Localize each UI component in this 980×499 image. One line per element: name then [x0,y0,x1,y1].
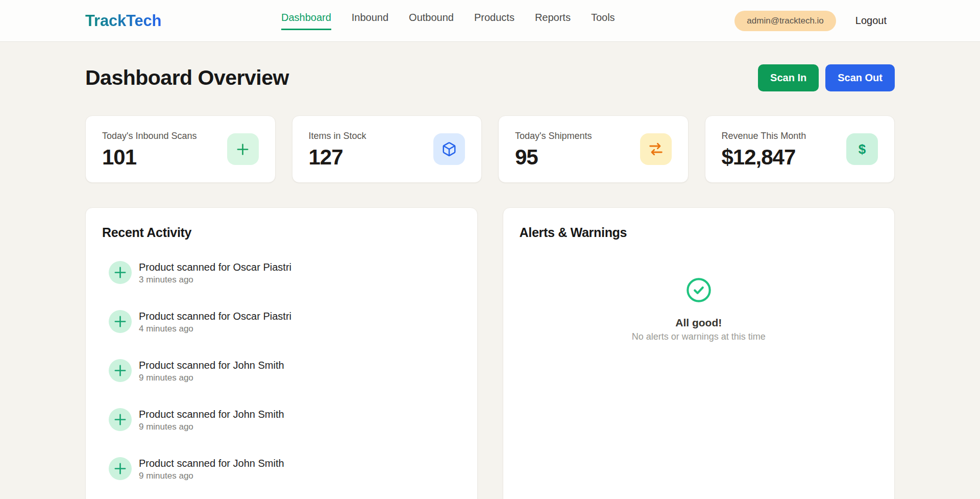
nav-item-reports[interactable]: Reports [535,12,571,30]
nav-item-tools[interactable]: Tools [591,12,615,30]
stat-value: 127 [309,147,366,168]
check-circle-icon [685,277,712,305]
stat-items-in-stock: Items in Stock 127 [292,115,482,183]
box-icon [433,133,465,165]
stat-label: Revenue This Month [722,131,806,141]
main-nav: DashboardInboundOutboundProductsReportsT… [161,12,734,30]
activity-item-time: 3 minutes ago [139,274,291,285]
stat-label: Items in Stock [309,131,366,141]
stats-row: Today's Inbound Scans 101 Items in Stock… [85,115,895,183]
activity-list-item: Product scanned for John Smith 9 minutes… [109,457,461,481]
panels-row: Recent Activity Product scanned for Osca… [85,207,895,499]
plus-icon [109,408,132,431]
account-area: admin@tracktech.io Logout [734,11,895,31]
scan-out-button[interactable]: Scan Out [825,64,895,91]
stat-label: Today's Inbound Scans [102,131,197,141]
stat-label: Today's Shipments [515,131,592,141]
activity-list-item: Product scanned for John Smith 9 minutes… [109,359,461,383]
dollar-icon: $ [846,133,878,165]
stat-revenue-month: Revenue This Month $12,847 $ [705,115,895,183]
plus-icon [109,261,132,284]
plus-icon [109,310,132,333]
user-email-badge: admin@tracktech.io [734,11,836,31]
activity-list-item: Product scanned for John Smith 9 minutes… [109,408,461,432]
alerts-title: Alerts & Warnings [520,225,878,240]
transfer-arrows-icon [640,133,672,165]
stat-inbound-scans: Today's Inbound Scans 101 [85,115,276,183]
alerts-empty-subtitle: No alerts or warnings at this time [632,331,766,342]
nav-item-inbound[interactable]: Inbound [352,12,388,30]
plus-icon [109,457,132,480]
page-actions: Scan In Scan Out [758,64,895,91]
main-content: Dashboard Overview Scan In Scan Out Toda… [85,64,895,499]
alerts-empty-state: All good! No alerts or warnings at this … [520,277,878,342]
activity-list: Product scanned for Oscar Piastri 3 minu… [102,261,461,481]
nav-item-outbound[interactable]: Outbound [409,12,454,30]
plus-icon [227,133,259,165]
activity-item-text: Product scanned for Oscar Piastri [139,261,291,274]
nav-item-products[interactable]: Products [474,12,514,30]
nav-item-dashboard[interactable]: Dashboard [281,12,331,30]
page-title: Dashboard Overview [85,66,289,90]
stat-todays-shipments: Today's Shipments 95 [498,115,689,183]
plus-icon [109,359,132,382]
activity-item-time: 9 minutes ago [139,372,284,383]
activity-list-item: Product scanned for Oscar Piastri 4 minu… [109,310,461,334]
activity-item-time: 4 minutes ago [139,323,291,334]
activity-list-item: Product scanned for Oscar Piastri 3 minu… [109,261,461,285]
activity-item-time: 9 minutes ago [139,470,284,481]
stat-value: $12,847 [722,147,806,168]
activity-item-text: Product scanned for Oscar Piastri [139,310,291,323]
activity-item-text: Product scanned for John Smith [139,408,284,421]
stat-value: 101 [102,147,197,168]
stat-value: 95 [515,147,592,168]
activity-item-text: Product scanned for John Smith [139,359,284,372]
logout-button[interactable]: Logout [847,11,895,31]
scan-in-button[interactable]: Scan In [758,64,819,91]
activity-item-text: Product scanned for John Smith [139,457,284,470]
brand-logo[interactable]: TrackTech [85,12,161,30]
alerts-empty-title: All good! [675,316,722,329]
alerts-panel: Alerts & Warnings All good! No alerts or… [503,207,895,499]
recent-activity-title: Recent Activity [102,225,461,240]
page-header: Dashboard Overview Scan In Scan Out [85,64,895,91]
activity-item-time: 9 minutes ago [139,421,284,432]
header: TrackTech DashboardInboundOutboundProduc… [0,0,980,42]
recent-activity-panel: Recent Activity Product scanned for Osca… [85,207,478,499]
